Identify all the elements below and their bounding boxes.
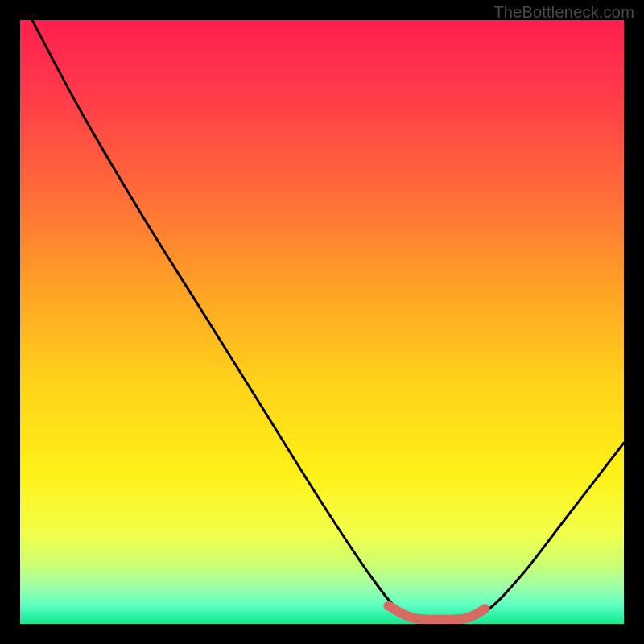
svg-rect-0 bbox=[20, 20, 624, 624]
frame: TheBottleneck.com bbox=[0, 0, 644, 644]
background-gradient bbox=[20, 20, 624, 624]
watermark-text: TheBottleneck.com bbox=[493, 3, 634, 22]
plot-area bbox=[20, 20, 624, 624]
